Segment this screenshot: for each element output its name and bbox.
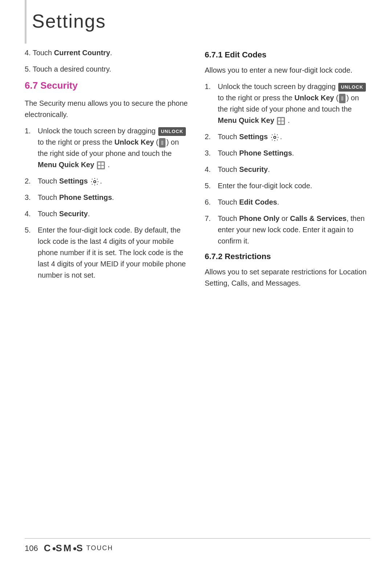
left-bar-decoration <box>25 0 26 44</box>
right-list-item-1-number: 1. <box>205 81 215 126</box>
right-list-item-2-number: 2. <box>205 131 215 142</box>
left-list-item-3: 3. Touch Phone Settings. <box>25 192 190 203</box>
right-list-item-7-content: Touch Phone Only or Calls & Services, th… <box>218 213 370 247</box>
left-list-item-5: 5. Enter the four-digit lock code. By de… <box>25 225 190 281</box>
right-list-item-2: 2. Touch Settings . <box>205 131 370 142</box>
unlock-badge: UNLOCK <box>158 127 186 136</box>
menu-quick-key-label: Menu Quick Key <box>38 161 94 169</box>
section-intro: The Security menu allows you to secure t… <box>25 98 190 120</box>
unlock-key-label: Unlock Key <box>114 138 154 146</box>
phone-settings-label-right: Phone Settings <box>239 149 292 157</box>
left-list-item-1-content: Unlock the touch screen by dragging UNLO… <box>38 125 190 170</box>
right-list-item-5-content: Enter the four-digit lock code. <box>218 180 370 192</box>
right-list-item-7-number: 7. <box>205 213 215 247</box>
item-4: 4. Touch Current Country. <box>25 47 190 59</box>
page-title: Settings <box>32 10 106 32</box>
subsection2-intro: Allows you to set separate restrictions … <box>205 266 370 289</box>
subsection1-intro: Allows you to enter a new four-digit loc… <box>205 65 370 76</box>
item-4-number: 4. Touch <box>25 49 54 57</box>
right-list-item-1-content: Unlock the touch screen by dragging UNLO… <box>218 81 370 126</box>
left-list-item-3-number: 3. <box>25 192 35 203</box>
right-list-item-1: 1. Unlock the touch screen by dragging U… <box>205 81 370 126</box>
footer-brand: CSMS TOUCH <box>44 543 113 554</box>
footer-divider <box>25 538 370 539</box>
security-label-right: Security <box>239 165 268 173</box>
unlock-key-icon-right <box>339 94 346 103</box>
left-list-item-3-content: Touch Phone Settings. <box>38 192 190 203</box>
left-list-item-4: 4. Touch Security. <box>25 208 190 219</box>
menu-quick-key-icon-right <box>277 117 285 125</box>
footer: 106 CSMS TOUCH <box>25 543 370 554</box>
brand-dot-1 <box>53 547 56 550</box>
item-4-bold: Current Country <box>54 49 110 57</box>
menu-quick-key-icon <box>97 161 105 169</box>
svg-point-0 <box>94 181 96 183</box>
left-list-item-5-content: Enter the four-digit lock code. By defau… <box>38 225 190 281</box>
right-list-item-6-number: 6. <box>205 197 215 208</box>
subsection1-heading: 6.7.1 Edit Codes <box>205 50 370 60</box>
calls-services-label: Calls & Services <box>290 214 347 222</box>
right-list-item-3-number: 3. <box>205 148 215 159</box>
right-list-item-3-content: Touch Phone Settings. <box>218 148 370 159</box>
unlock-key-label-right: Unlock Key <box>294 94 334 102</box>
settings-icon <box>90 177 99 186</box>
edit-codes-label: Edit Codes <box>239 198 277 206</box>
brand-dot-2 <box>73 547 76 550</box>
phone-settings-label: Phone Settings <box>59 193 112 201</box>
brand-suffix: TOUCH <box>86 544 113 552</box>
right-list-item-5: 5. Enter the four-digit lock code. <box>205 180 370 192</box>
right-list-item-4-number: 4. <box>205 164 215 175</box>
right-column: 6.7.1 Edit Codes Allows you to enter a n… <box>205 47 370 294</box>
left-list-item-5-number: 5. <box>25 225 35 281</box>
unlock-key-icon <box>159 138 166 148</box>
content-area: 4. Touch Current Country. 5. Touch a des… <box>25 47 370 294</box>
left-list-item-2-number: 2. <box>25 176 35 187</box>
right-list-item-4: 4. Touch Security. <box>205 164 370 175</box>
footer-page-number: 106 <box>25 544 38 553</box>
left-list-item-2: 2. Touch Settings . <box>25 176 190 187</box>
settings-label: Settings <box>59 177 88 185</box>
brand-name: CSMS <box>44 543 84 554</box>
right-list-item-2-content: Touch Settings . <box>218 131 370 142</box>
unlock-badge-right: UNLOCK <box>338 83 366 92</box>
settings-icon-right <box>270 133 279 142</box>
left-list-item-4-content: Touch Security. <box>38 208 190 219</box>
right-list-item-3: 3. Touch Phone Settings. <box>205 148 370 159</box>
left-list-item-4-number: 4. <box>25 208 35 219</box>
phone-only-label: Phone Only <box>239 214 279 222</box>
item-5: 5. Touch a desired country. <box>25 64 190 75</box>
svg-point-1 <box>274 136 276 138</box>
subsection2-heading: 6.7.2 Restrictions <box>205 252 370 261</box>
left-list-item-2-content: Touch Settings . <box>38 176 190 187</box>
right-list-item-4-content: Touch Security. <box>218 164 370 175</box>
menu-quick-key-label-right: Menu Quick Key <box>218 116 274 124</box>
right-list-item-6-content: Touch Edit Codes. <box>218 197 370 208</box>
left-column: 4. Touch Current Country. 5. Touch a des… <box>25 47 190 294</box>
left-list-item-1: 1. Unlock the touch screen by dragging U… <box>25 125 190 170</box>
left-list-item-1-number: 1. <box>25 125 35 170</box>
right-list-item-5-number: 5. <box>205 180 215 192</box>
settings-label-right: Settings <box>239 133 268 141</box>
right-list-item-6: 6. Touch Edit Codes. <box>205 197 370 208</box>
right-list-item-7: 7. Touch Phone Only or Calls & Services,… <box>205 213 370 247</box>
security-label-left: Security <box>59 210 88 218</box>
section-heading: 6.7 Security <box>25 80 190 91</box>
page-container: Settings 4. Touch Current Country. 5. To… <box>0 0 392 564</box>
